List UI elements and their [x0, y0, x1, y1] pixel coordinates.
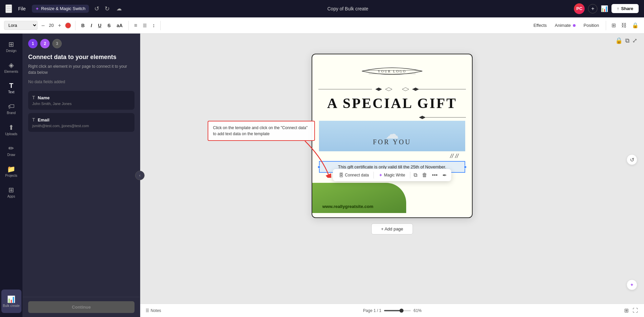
text-color-picker[interactable] [65, 22, 71, 29]
notes-label: Notes [151, 308, 161, 313]
undo-button[interactable]: ↺ [92, 4, 101, 13]
zoom-slider[interactable] [384, 310, 411, 311]
resize-handle-left[interactable] [318, 166, 320, 168]
sidebar-item-elements-label: Elements [4, 70, 18, 73]
design-card[interactable]: YOUR LOGO [312, 54, 473, 218]
magic-write-icon: ✦ [379, 172, 383, 178]
effects-button[interactable]: Effects [531, 21, 550, 29]
sidebar-item-elements[interactable]: ◈ Elements [1, 57, 21, 77]
cloud-save-icon: ☁ [116, 5, 122, 12]
toolbar-right: Effects Animate Position ⊞ ⛓ 🔒 [531, 21, 640, 30]
field-name-label: Name [38, 95, 50, 100]
italic-button[interactable]: I [89, 22, 94, 29]
font-size-decrease-button[interactable]: – [40, 22, 46, 29]
stats-icon[interactable]: 📊 [601, 5, 608, 12]
sidebar-item-design[interactable]: ⊞ Design [1, 36, 21, 56]
redo-button[interactable]: ↻ [103, 4, 112, 13]
action-more-button[interactable]: ••• [431, 171, 439, 179]
svg-text:YOUR LOGO: YOUR LOGO [378, 69, 407, 73]
case-button[interactable]: aA [115, 22, 124, 29]
sidebar-item-projects[interactable]: 📁 Projects [1, 161, 21, 181]
fullscreen-button[interactable]: ⛶ [632, 307, 639, 314]
field-email-label: Email [38, 117, 50, 122]
panel-scrollable: T Name John Smith, Jane Jones T Email js… [23, 91, 140, 297]
sidebar-item-uploads[interactable]: ⬆ Uploads [1, 119, 21, 140]
field-type-icon-name: T [32, 95, 35, 100]
gc-website: www.reallygreatsite.com [322, 204, 373, 209]
line-height-button[interactable]: ↕ [151, 22, 156, 29]
panel-header: 1 2 3 Connect data to your elements Righ… [23, 34, 140, 91]
bottom-center: Page 1 / 1 61% [363, 308, 422, 313]
elements-icon: ◈ [9, 61, 14, 69]
ornamental-divider-mid [318, 114, 466, 121]
brand-icon: 🏷 [8, 103, 15, 110]
hamburger-button[interactable]: ☰ [5, 4, 12, 13]
action-copy-button[interactable]: ⧉ [412, 171, 419, 179]
step-2-circle[interactable]: 2 [40, 39, 50, 48]
data-field-email[interactable]: T Email jsmith@test.com, jjones@test.com [28, 113, 135, 132]
notes-button[interactable]: ☰ Notes [146, 308, 161, 313]
collapse-panel-button[interactable]: ‹ [135, 171, 145, 180]
sidebar-item-brand[interactable]: 🏷 Brand [1, 99, 21, 119]
design-icon: ⊞ [8, 40, 14, 48]
file-menu-button[interactable]: File [15, 5, 29, 13]
animate-button[interactable]: Animate [552, 21, 578, 29]
grid-view-button[interactable]: ⊞ [624, 307, 629, 314]
underline-button[interactable]: U [96, 22, 103, 29]
font-size-value: 20 [47, 23, 56, 28]
sidebar-item-design-label: Design [6, 49, 16, 53]
data-field-name[interactable]: T Name John Smith, Jane Jones [28, 91, 135, 110]
divider [606, 21, 606, 30]
font-size-increase-button[interactable]: + [57, 22, 62, 29]
resize-handle-right[interactable] [464, 166, 467, 168]
connect-data-button[interactable]: 🗄 Connect data [336, 171, 371, 179]
sidebar-item-projects-label: Projects [5, 174, 17, 177]
action-sig-button[interactable]: ✒ [441, 171, 448, 179]
canvas-lock-icon[interactable]: 🔒 [615, 37, 623, 44]
canvas-copy-icon[interactable]: ⧉ [625, 37, 630, 44]
sidebar-item-draw[interactable]: ✏ Draw [1, 140, 21, 160]
step-3-circle[interactable]: 3 [52, 39, 62, 48]
svg-marker-3 [375, 88, 382, 91]
share-button[interactable]: ↑ Share [611, 4, 639, 13]
logo-banner-svg: YOUR LOGO [359, 61, 426, 81]
list-button[interactable]: ≣ [141, 21, 148, 29]
bottom-left: ☰ Notes [146, 308, 161, 313]
instruction-box: Click on the template and click on the "… [208, 121, 315, 141]
magic-switch-label: Resize & Magic Switch [41, 6, 86, 11]
field-type-icon-email: T [32, 117, 35, 122]
add-collaborator-button[interactable]: + [588, 4, 597, 13]
canvas-expand-icon[interactable]: ⤢ [632, 37, 637, 44]
align-left-button[interactable]: ≡ [133, 22, 139, 29]
lock-button[interactable]: 🔒 [631, 21, 640, 29]
add-page-button[interactable]: + Add page [371, 223, 413, 234]
bold-button[interactable]: B [79, 22, 86, 29]
step-1-circle[interactable]: 1 [28, 39, 38, 48]
strikethrough-button[interactable]: S [106, 22, 112, 29]
sidebar-item-brand-label: Brand [7, 111, 16, 115]
chain-button[interactable]: ⛓ [620, 22, 628, 29]
toolbar: Lora – 20 + B I U S aA ≡ ≣ ↕ Effects Ani… [0, 17, 644, 34]
svg-marker-8 [419, 116, 426, 119]
sidebar-item-text[interactable]: T Text [1, 78, 21, 98]
ai-canvas-button[interactable]: ✦ [627, 279, 637, 290]
topbar-center: Copy of Bulk create [126, 6, 570, 11]
rotate-canvas-button[interactable]: ↺ [627, 154, 637, 165]
action-bar: 🗄 Connect data ✦ Magic Write ⧉ 🗑 ••• ✒ [333, 169, 451, 181]
field-email-values: jsmith@test.com, jjones@test.com [32, 124, 130, 128]
grid-button[interactable]: ⊞ [610, 21, 617, 29]
divider [160, 21, 161, 30]
action-delete-button[interactable]: 🗑 [421, 171, 429, 179]
svg-marker-5 [402, 88, 409, 91]
continue-button[interactable]: Continue [28, 301, 135, 313]
gc-signature: // // [450, 153, 459, 160]
magic-switch-button[interactable]: ✦ Resize & Magic Switch [32, 5, 89, 13]
divider [128, 21, 129, 30]
zoom-thumb [399, 309, 404, 313]
magic-write-button[interactable]: ✦ Magic Write [376, 171, 408, 179]
sidebar-item-apps[interactable]: ⊞ Apps [1, 182, 21, 202]
font-family-select[interactable]: Lora [4, 21, 38, 30]
position-button[interactable]: Position [581, 21, 602, 29]
sidebar-item-bulk-create[interactable]: 📊 Bulk create [1, 289, 21, 313]
page-label: Page 1 / 1 [363, 308, 381, 313]
